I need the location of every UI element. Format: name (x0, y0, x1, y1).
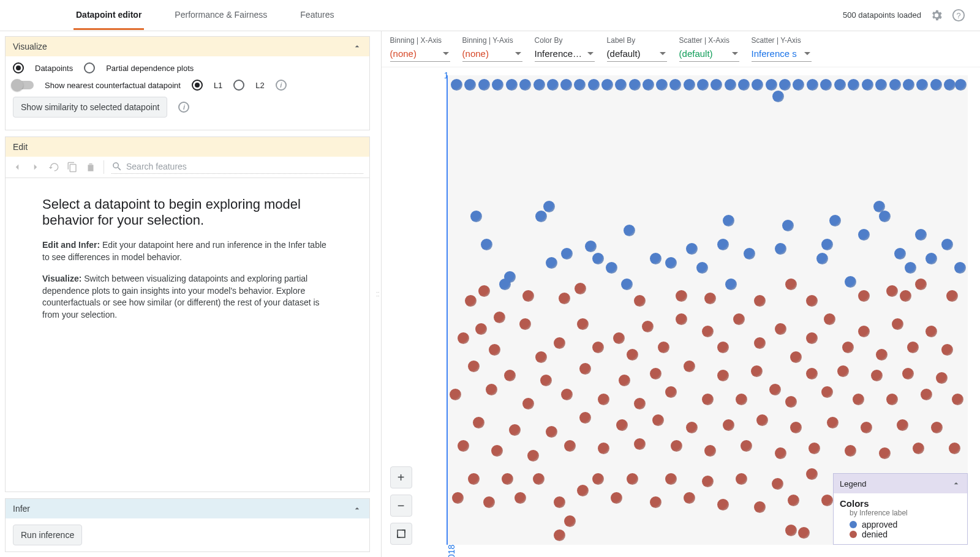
data-point[interactable] (952, 394, 963, 405)
data-point[interactable] (519, 79, 531, 91)
data-point[interactable] (684, 79, 695, 91)
next-icon[interactable] (30, 162, 41, 173)
data-point[interactable] (821, 495, 833, 506)
data-point[interactable] (944, 79, 956, 91)
data-point[interactable] (564, 515, 576, 527)
data-point[interactable] (543, 201, 555, 212)
data-point[interactable] (559, 293, 570, 304)
data-point[interactable] (489, 344, 500, 356)
data-point[interactable] (458, 440, 469, 452)
data-point[interactable] (821, 239, 833, 250)
data-point[interactable] (736, 394, 747, 405)
data-point[interactable] (483, 496, 495, 508)
data-point[interactable] (669, 79, 681, 91)
data-point[interactable] (848, 79, 859, 91)
data-point[interactable] (717, 342, 729, 353)
data-point[interactable] (634, 295, 646, 307)
data-point[interactable] (613, 332, 625, 344)
data-point[interactable] (775, 243, 786, 255)
data-point[interactable] (772, 91, 784, 102)
data-point[interactable] (468, 361, 480, 372)
info-icon[interactable]: i (178, 102, 189, 113)
data-point[interactable] (650, 496, 662, 508)
gear-icon[interactable] (930, 9, 943, 22)
radio-pdp[interactable] (84, 62, 95, 73)
data-point[interactable] (665, 257, 677, 269)
counterfactual-toggle[interactable] (13, 81, 34, 89)
data-point[interactable] (470, 211, 482, 222)
data-point[interactable] (481, 239, 492, 250)
similarity-button[interactable]: Show similarity to selected datapoint (13, 97, 167, 118)
data-point[interactable] (744, 248, 755, 260)
data-point[interactable] (665, 386, 677, 398)
data-point[interactable] (809, 443, 820, 454)
data-point[interactable] (717, 499, 729, 510)
data-point[interactable] (601, 79, 613, 91)
data-point[interactable] (879, 447, 891, 459)
data-point[interactable] (741, 440, 752, 452)
data-point[interactable] (858, 326, 870, 337)
data-point[interactable] (793, 79, 804, 91)
data-point[interactable] (902, 368, 914, 379)
radio-datapoints[interactable] (13, 62, 24, 73)
data-point[interactable] (642, 321, 654, 332)
data-point[interactable] (478, 79, 490, 91)
bin-y-dropdown[interactable]: (none) (462, 47, 522, 62)
data-point[interactable] (598, 394, 609, 405)
data-point[interactable] (522, 290, 534, 302)
help-icon[interactable]: ? (952, 9, 965, 22)
data-point[interactable] (733, 313, 745, 325)
data-point[interactable] (535, 351, 547, 363)
data-point[interactable] (921, 389, 932, 400)
data-point[interactable] (930, 79, 942, 91)
chevron-up-icon[interactable] (352, 42, 362, 51)
data-point[interactable] (772, 478, 783, 490)
data-point[interactable] (779, 79, 791, 91)
data-point[interactable] (931, 422, 943, 433)
data-point[interactable] (816, 253, 828, 264)
data-point[interactable] (954, 262, 966, 274)
data-point[interactable] (754, 501, 766, 513)
data-point[interactable] (509, 424, 521, 436)
data-point[interactable] (806, 295, 818, 307)
data-point[interactable] (925, 326, 937, 337)
copy-icon[interactable] (67, 162, 78, 173)
data-point[interactable] (782, 220, 794, 231)
data-point[interactable] (829, 215, 841, 226)
data-point[interactable] (592, 342, 604, 353)
data-point[interactable] (522, 398, 534, 409)
data-point[interactable] (527, 450, 539, 462)
data-point[interactable] (554, 337, 565, 349)
data-point[interactable] (834, 79, 846, 91)
data-point[interactable] (861, 422, 872, 433)
data-point[interactable] (616, 419, 628, 431)
data-point[interactable] (936, 372, 948, 384)
data-point[interactable] (592, 473, 604, 485)
data-point[interactable] (723, 419, 734, 431)
data-point[interactable] (900, 290, 911, 302)
data-point[interactable] (468, 473, 480, 485)
data-point[interactable] (611, 492, 622, 504)
data-point[interactable] (702, 326, 714, 337)
data-point[interactable] (560, 79, 572, 91)
data-point[interactable] (769, 384, 781, 395)
data-point[interactable] (879, 211, 891, 222)
data-point[interactable] (697, 79, 709, 91)
data-point[interactable] (886, 394, 898, 405)
data-point[interactable] (853, 394, 864, 405)
data-point[interactable] (704, 445, 716, 457)
data-point[interactable] (807, 79, 818, 91)
data-point[interactable] (925, 253, 937, 264)
tab-datapoint-editor[interactable]: Datapoint editor (74, 0, 144, 30)
data-point[interactable] (916, 79, 928, 91)
search-input[interactable]: Search features (126, 162, 187, 171)
data-point[interactable] (858, 229, 870, 241)
data-point[interactable] (450, 389, 461, 400)
data-point[interactable] (892, 318, 903, 330)
data-point[interactable] (905, 262, 916, 274)
zoom-out-button[interactable]: − (390, 495, 412, 517)
bin-x-dropdown[interactable]: (none) (390, 47, 450, 62)
data-point[interactable] (862, 79, 873, 91)
data-point[interactable] (577, 485, 589, 496)
chevron-up-icon[interactable] (951, 479, 961, 488)
